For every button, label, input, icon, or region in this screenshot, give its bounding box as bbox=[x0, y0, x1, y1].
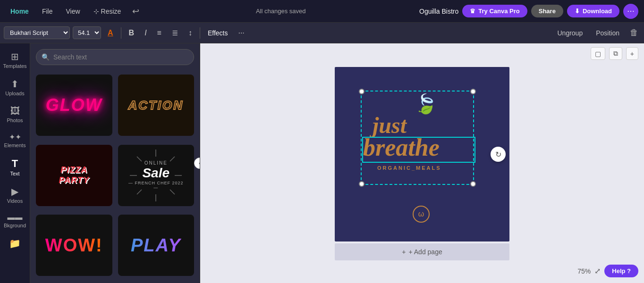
delete-button[interactable]: 🗑 bbox=[628, 26, 640, 40]
ungroup-button[interactable]: Ungroup bbox=[552, 27, 587, 39]
list-item[interactable]: PIZZAPARTY bbox=[36, 145, 112, 206]
home-button[interactable]: Home bbox=[6, 6, 34, 17]
glow-template-text: GLOW bbox=[46, 95, 102, 115]
add-element-button[interactable]: + bbox=[626, 47, 638, 60]
selection-handle-tl[interactable] bbox=[359, 89, 364, 94]
document-title: Oguilla Bistro bbox=[419, 8, 458, 15]
list-item[interactable]: PLAY bbox=[118, 215, 195, 276]
zoom-bar: 75% ⤢ Help ? bbox=[577, 265, 638, 277]
italic-button[interactable]: I bbox=[141, 27, 150, 39]
svg-line-5 bbox=[170, 190, 175, 194]
svg-line-6 bbox=[170, 157, 175, 161]
file-button[interactable]: File bbox=[37, 6, 58, 17]
templates-icon: ⊞ bbox=[11, 51, 19, 62]
photos-icon: 🖼 bbox=[10, 106, 20, 117]
list-item[interactable]: ACTION bbox=[118, 75, 195, 136]
help-button[interactable]: Help ? bbox=[604, 265, 638, 277]
organic-text[interactable]: ORGANIC_MEALS bbox=[377, 165, 441, 171]
add-icon: + bbox=[402, 248, 406, 256]
sidebar-item-photos[interactable]: 🖼 Photos bbox=[2, 102, 28, 127]
add-page-button[interactable]: + + Add page bbox=[335, 243, 509, 260]
list-item[interactable]: WOW! bbox=[36, 215, 112, 276]
sidebar-item-templates[interactable]: ⊞ Templates bbox=[2, 47, 28, 73]
bold-button[interactable]: B bbox=[125, 27, 138, 39]
uploads-icon: ⬆ bbox=[11, 78, 19, 90]
elements-icon: ✦✦ bbox=[9, 133, 21, 142]
logo-circle: ω bbox=[413, 206, 430, 223]
more-options-button[interactable]: ⋯ bbox=[623, 4, 638, 19]
zoom-level: 75% bbox=[577, 267, 591, 275]
list-button[interactable]: ≣ bbox=[168, 26, 182, 39]
resize-button[interactable]: ⊹ Resize bbox=[89, 6, 126, 17]
sidebar-item-uploads[interactable]: ⬆ Uploads bbox=[2, 75, 28, 100]
search-box: 🔍 bbox=[36, 49, 194, 65]
main-layout: ⊞ Templates ⬆ Uploads 🖼 Photos ✦✦ Elemen… bbox=[0, 43, 644, 283]
folder-icon: 📁 bbox=[9, 238, 21, 249]
toolbar-right-group: Ungroup Position 🗑 bbox=[552, 26, 640, 40]
download-button[interactable]: ⬇ Download bbox=[567, 5, 619, 17]
frame-button[interactable]: ▢ bbox=[591, 47, 605, 60]
sale-template: ONLINE Sale — FRENCH CHEF 2022 — bbox=[127, 147, 184, 204]
list-item[interactable]: ONLINE Sale — FRENCH CHEF 2022 — bbox=[118, 145, 195, 206]
selection-handle-bl[interactable] bbox=[359, 181, 364, 187]
selection-handle-br[interactable] bbox=[470, 181, 476, 187]
effects-button[interactable]: Effects bbox=[204, 27, 232, 39]
pizza-template-text: PIZZAPARTY bbox=[59, 165, 89, 185]
sidebar-item-elements[interactable]: ✦✦ Elements bbox=[2, 129, 28, 152]
design-canvas: 🍃 just breathe ORGANIC_MEALS ω ↻ bbox=[335, 67, 509, 241]
font-color-button[interactable]: A bbox=[104, 27, 117, 39]
left-sidebar: ⊞ Templates ⬆ Uploads 🖼 Photos ✦✦ Elemen… bbox=[0, 43, 30, 283]
svg-line-7 bbox=[137, 190, 142, 194]
undo-button[interactable]: ↩ bbox=[129, 4, 142, 18]
top-nav: Home File View ⊹ Resize ↩ All changes sa… bbox=[0, 0, 644, 23]
canvas-controls: ▢ ⧉ + bbox=[591, 47, 638, 60]
search-input[interactable] bbox=[36, 49, 194, 65]
wow-template-text: WOW! bbox=[45, 235, 103, 256]
sidebar-item-videos[interactable]: ▶ Videos bbox=[2, 182, 28, 208]
position-button[interactable]: Position bbox=[591, 27, 624, 39]
save-status: All changes saved bbox=[146, 8, 415, 15]
resize-icon: ⊹ bbox=[93, 8, 99, 15]
font-size-selector[interactable]: 54.1 bbox=[73, 26, 101, 39]
more-toolbar-button[interactable]: ··· bbox=[234, 27, 248, 39]
align-button[interactable]: ≡ bbox=[153, 27, 165, 39]
template-grid: GLOW ACTION PIZZAPARTY bbox=[30, 71, 200, 283]
selection-handle-tr[interactable] bbox=[470, 89, 476, 94]
breathe-text[interactable]: breathe bbox=[363, 135, 440, 160]
just-text[interactable]: just bbox=[373, 114, 407, 137]
toolbar-separator-2 bbox=[200, 27, 200, 39]
download-icon: ⬇ bbox=[575, 8, 580, 15]
font-selector[interactable]: Bukhari Script bbox=[4, 26, 70, 39]
toolbar-separator-1 bbox=[121, 27, 121, 39]
crown-icon: ♛ bbox=[470, 8, 475, 15]
svg-line-4 bbox=[137, 157, 142, 161]
canvas-area: ▢ ⧉ + 🍃 just breathe ORGANIC_MEALS ω bbox=[200, 43, 644, 283]
action-template-text: ACTION bbox=[128, 98, 184, 113]
sidebar-item-text[interactable]: T Text bbox=[2, 154, 28, 180]
copy-button[interactable]: ⧉ bbox=[609, 47, 622, 60]
rotate-handle[interactable]: ↻ bbox=[491, 147, 506, 162]
sidebar-item-folder[interactable]: 📁 bbox=[2, 234, 28, 254]
background-icon: ▬▬ bbox=[8, 213, 23, 222]
spacing-button[interactable]: ↕ bbox=[185, 27, 196, 39]
formatting-toolbar: Bukhari Script 54.1 A B I ≡ ≣ ↕ Effects … bbox=[0, 23, 644, 43]
text-panel: 🔍 GLOW ACTION PIZZAPARTY bbox=[30, 43, 200, 283]
view-button[interactable]: View bbox=[61, 6, 85, 17]
try-canva-button[interactable]: ♛ Try Canva Pro bbox=[462, 5, 527, 17]
list-item[interactable]: GLOW bbox=[36, 75, 112, 136]
sidebar-item-background[interactable]: ▬▬ Bkground bbox=[2, 209, 28, 232]
leaf-icon: 🍃 bbox=[414, 93, 438, 115]
videos-icon: ▶ bbox=[11, 186, 18, 197]
play-template-text: PLAY bbox=[131, 235, 181, 256]
zoom-expand-button[interactable]: ⤢ bbox=[594, 266, 601, 275]
text-icon: T bbox=[12, 158, 18, 170]
share-button[interactable]: Share bbox=[531, 5, 563, 17]
